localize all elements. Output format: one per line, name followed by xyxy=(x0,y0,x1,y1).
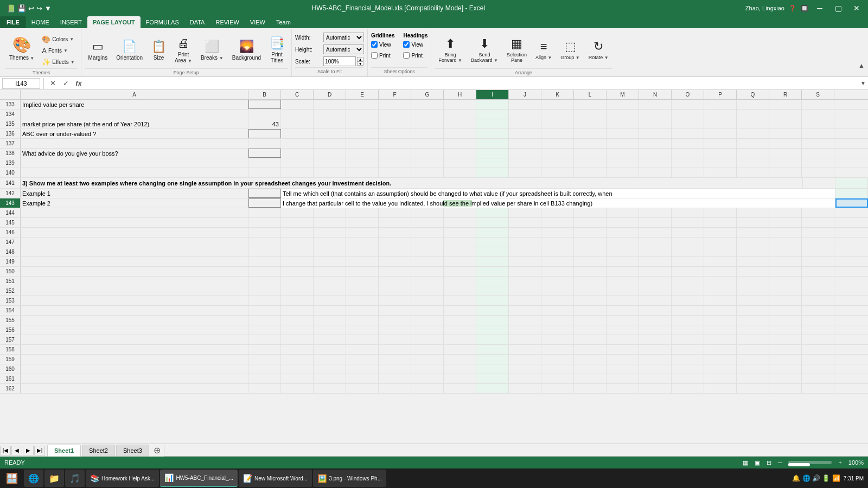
cell-c148[interactable] xyxy=(281,247,314,256)
cell-r135[interactable] xyxy=(769,119,802,129)
cell-b135[interactable]: 43 xyxy=(248,119,281,129)
cell-q161[interactable] xyxy=(737,374,769,383)
ribbon-display-icon[interactable]: 🔲 xyxy=(801,5,808,12)
cell-r160[interactable] xyxy=(769,364,802,374)
size-button[interactable]: 📋 Size xyxy=(148,33,170,67)
cell-k151[interactable] xyxy=(541,277,574,286)
cell-f152[interactable] xyxy=(379,286,411,296)
row-number[interactable]: 152 xyxy=(0,286,21,296)
headings-print-checkbox[interactable] xyxy=(403,52,410,59)
cell-f154[interactable] xyxy=(379,306,411,315)
cell-g158[interactable] xyxy=(411,345,444,354)
insert-function-icon[interactable]: fx xyxy=(73,79,84,87)
cell-s153[interactable] xyxy=(802,296,834,305)
cell-b161[interactable] xyxy=(248,374,281,383)
cell-q140[interactable] xyxy=(737,168,769,177)
cell-g154[interactable] xyxy=(411,306,444,315)
cell-g149[interactable] xyxy=(411,257,444,266)
cell-s152[interactable] xyxy=(802,286,834,296)
row-number[interactable]: 144 xyxy=(0,208,21,217)
cell-o140[interactable] xyxy=(672,168,704,177)
cell-b154[interactable] xyxy=(248,306,281,315)
cell-m158[interactable] xyxy=(607,345,639,354)
cell-j135[interactable] xyxy=(509,119,541,129)
cell-i144[interactable] xyxy=(476,208,509,217)
cell-m160[interactable] xyxy=(607,364,639,374)
row-number[interactable]: 156 xyxy=(0,325,21,335)
tab-review[interactable]: REVIEW xyxy=(210,16,244,28)
fonts-button[interactable]: A Fonts ▼ xyxy=(39,45,77,56)
cell-a151[interactable] xyxy=(21,277,248,286)
cell-i146[interactable] xyxy=(476,228,509,237)
cell-r157[interactable] xyxy=(769,335,802,344)
tab-formulas[interactable]: FORMULAS xyxy=(141,16,184,28)
cell-j161[interactable] xyxy=(509,374,541,383)
cell-i145[interactable] xyxy=(476,218,509,227)
cell-m137[interactable] xyxy=(607,139,639,148)
cell-c137[interactable] xyxy=(281,139,314,148)
cell-j158[interactable] xyxy=(509,345,541,354)
help-icon[interactable]: ❓ xyxy=(789,5,796,12)
cell-b157[interactable] xyxy=(248,335,281,344)
cell-h145[interactable] xyxy=(444,218,476,227)
tab-file[interactable]: FILE xyxy=(0,16,26,28)
formula-input[interactable] xyxy=(86,78,856,89)
taskbar-homework-button[interactable]: 📚 Homework Help Ask... xyxy=(86,470,159,487)
cell-a154[interactable] xyxy=(21,306,248,315)
cell-d137[interactable] xyxy=(314,139,346,148)
cell-q139[interactable] xyxy=(737,158,769,168)
cell-n133[interactable] xyxy=(639,100,672,109)
row-number[interactable]: 149 xyxy=(0,257,21,266)
cell-h158[interactable] xyxy=(444,345,476,354)
cell-r145[interactable] xyxy=(769,218,802,227)
cell-p147[interactable] xyxy=(704,237,737,247)
cell-n159[interactable] xyxy=(639,355,672,364)
cell-c145[interactable] xyxy=(281,218,314,227)
cell-p136[interactable] xyxy=(704,129,737,138)
cell-q148[interactable] xyxy=(737,247,769,256)
cell-o148[interactable] xyxy=(672,247,704,256)
cell-o160[interactable] xyxy=(672,364,704,374)
cell-h134[interactable] xyxy=(444,110,476,119)
cell-c153[interactable] xyxy=(281,296,314,305)
cell-s136[interactable] xyxy=(802,129,834,138)
cell-p134[interactable] xyxy=(704,110,737,119)
cell-b151[interactable] xyxy=(248,277,281,286)
cell-j159[interactable] xyxy=(509,355,541,364)
sheet-tab-sheet1[interactable]: Sheet1 xyxy=(47,445,81,457)
cell-s147[interactable] xyxy=(802,237,834,247)
cell-h156[interactable] xyxy=(444,325,476,335)
cell-e135[interactable] xyxy=(346,119,379,129)
cell-f161[interactable] xyxy=(379,374,411,383)
zoom-out-button[interactable]: ─ xyxy=(778,459,782,466)
cell-c162[interactable] xyxy=(281,384,314,393)
cell-a153[interactable] xyxy=(21,296,248,305)
cell-e146[interactable] xyxy=(346,228,379,237)
cell-b142[interactable] xyxy=(248,189,281,198)
cell-s145[interactable] xyxy=(802,218,834,227)
cell-d147[interactable] xyxy=(314,237,346,247)
cell-g156[interactable] xyxy=(411,325,444,335)
cell-r144[interactable] xyxy=(769,208,802,217)
cell-o151[interactable] xyxy=(672,277,704,286)
cell-b146[interactable] xyxy=(248,228,281,237)
cell-a162[interactable] xyxy=(21,384,248,393)
send-backward-button[interactable]: ⬇ SendBackward ▼ xyxy=(467,33,502,67)
cell-k138[interactable] xyxy=(541,149,574,158)
cell-n154[interactable] xyxy=(639,306,672,315)
cell-d144[interactable] xyxy=(314,208,346,217)
add-sheet-button[interactable]: ⊕ xyxy=(150,445,164,455)
cell-q144[interactable] xyxy=(737,208,769,217)
cell-h148[interactable] xyxy=(444,247,476,256)
cell-c159[interactable] xyxy=(281,355,314,364)
cell-h160[interactable] xyxy=(444,364,476,374)
cell-i148[interactable] xyxy=(476,247,509,256)
cell-e139[interactable] xyxy=(346,158,379,168)
cell-h149[interactable] xyxy=(444,257,476,266)
cell-h147[interactable] xyxy=(444,237,476,247)
row-number[interactable]: 150 xyxy=(0,267,21,276)
cell-q162[interactable] xyxy=(737,384,769,393)
cell-b155[interactable] xyxy=(248,316,281,325)
cell-j153[interactable] xyxy=(509,296,541,305)
cell-g148[interactable] xyxy=(411,247,444,256)
